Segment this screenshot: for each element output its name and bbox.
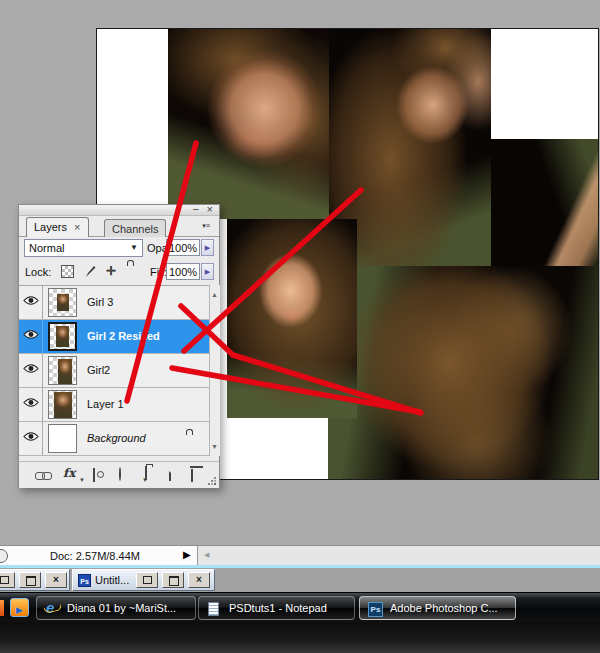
cut-off-icon: [0, 600, 4, 616]
opacity-slider-button[interactable]: ▶: [201, 239, 214, 256]
thumbnail-image: [57, 294, 69, 311]
layers-panel: − × Layers × Channels ▾≡ Normal ▼ Opacit…: [18, 204, 220, 488]
layer-thumbnail[interactable]: [48, 288, 77, 317]
maximize-button[interactable]: [19, 572, 41, 588]
taskbar-button-label: Diana 01 by ~MariSt...: [67, 602, 176, 614]
notepad-icon: [208, 602, 219, 616]
adjustment-layer-icon[interactable]: [119, 468, 121, 480]
taskbar: ▶ e Diana 01 by ~MariSt... PSDtuts1 - No…: [0, 592, 600, 623]
visibility-eye-icon[interactable]: [19, 388, 43, 421]
layer-thumbnail[interactable]: [48, 390, 77, 419]
visibility-eye-icon[interactable]: [19, 422, 43, 455]
blend-mode-select[interactable]: Normal ▼: [24, 239, 143, 257]
restore-button[interactable]: [136, 572, 158, 588]
panel-tabs: Layers × Channels: [19, 215, 219, 237]
lock-paint-brush-icon[interactable]: [84, 265, 96, 280]
layer-name[interactable]: Background: [87, 432, 146, 444]
photo-middle-portrait: [227, 219, 357, 418]
photo-top-left: [168, 29, 329, 219]
internet-explorer-icon: e: [46, 599, 54, 616]
add-layer-mask-icon[interactable]: [93, 469, 95, 481]
scroll-down-icon[interactable]: ▼: [211, 443, 218, 450]
minimized-windows-strip: × Ps Untitl... ×: [0, 568, 600, 592]
taskbar-button-label: PSDtuts1 - Notepad: [229, 602, 327, 614]
panel-resize-grip[interactable]: [207, 476, 217, 486]
tab-layers-label: Layers: [34, 221, 67, 233]
opacity-input[interactable]: 100%: [166, 239, 200, 256]
play-icon: ▶: [16, 605, 23, 615]
layer-thumbnail[interactable]: [48, 322, 77, 351]
lock-fill-row: Lock: ✛ Fill: 100% ▶: [19, 262, 219, 284]
tab-layers[interactable]: Layers ×: [26, 217, 89, 237]
panel-footer: fx ▼ ▼: [19, 461, 219, 488]
fill-input[interactable]: 100%: [166, 263, 200, 280]
thumbnail-image: [56, 326, 69, 347]
fx-caret-icon: ▼: [79, 477, 85, 483]
layer-row-girl3[interactable]: Girl 3: [19, 286, 209, 320]
hscroll-left-arrow-icon[interactable]: ◀: [204, 551, 209, 559]
restore-button[interactable]: [0, 572, 15, 588]
layer-name[interactable]: Girl 2 Resized: [87, 330, 160, 342]
layer-thumbnail[interactable]: [48, 424, 77, 453]
status-popup-arrow-icon[interactable]: ▶: [183, 549, 191, 560]
visibility-eye-icon[interactable]: [19, 286, 43, 319]
thumbnail-image: [58, 359, 72, 384]
visibility-eye-icon[interactable]: [19, 320, 43, 353]
layer-row-layer1[interactable]: Layer 1: [19, 388, 209, 422]
photoshop-icon: Ps: [368, 602, 383, 617]
lock-icons: ✛: [61, 265, 133, 279]
taskbar-button-browser[interactable]: e Diana 01 by ~MariSt...: [36, 596, 196, 620]
fill-slider-button[interactable]: ▶: [201, 263, 214, 280]
chevron-down-icon: ▼: [130, 243, 138, 252]
layer-name[interactable]: Girl2: [87, 364, 110, 376]
blend-mode-value: Normal: [29, 242, 64, 254]
tab-channels[interactable]: Channels: [104, 219, 166, 237]
lock-transparency-icon[interactable]: [61, 265, 74, 278]
blend-opacity-row: Normal ▼ Opacity: 100% ▶: [19, 238, 219, 260]
layer-name[interactable]: Layer 1: [87, 398, 124, 410]
taskbar-button-photoshop[interactable]: Ps Adobe Photoshop C...: [359, 596, 516, 620]
tab-channels-label: Channels: [112, 223, 158, 235]
status-bar-left: Doc: 2.57M/8.44M ▶: [0, 546, 198, 566]
layer-name[interactable]: Girl 3: [87, 296, 113, 308]
fill-label: Fill:: [150, 266, 167, 278]
taskbar-button-label: Adobe Photoshop C...: [390, 602, 498, 614]
layer-row-background[interactable]: Background: [19, 422, 209, 456]
lock-move-icon[interactable]: ✛: [106, 265, 116, 277]
layer-thumbnail[interactable]: [48, 356, 77, 385]
photo-bottom-right: [328, 266, 598, 479]
media-player-quicklaunch-icon[interactable]: ▶: [10, 598, 29, 617]
panel-close-button[interactable]: ×: [207, 202, 213, 216]
panel-minimize-button[interactable]: −: [193, 202, 199, 216]
taskbar-lower-row: [0, 622, 600, 653]
layer-row-girl2-resized[interactable]: Girl 2 Resized: [19, 320, 209, 354]
layer-list: Girl 3 Girl 2 Resized Girl2: [19, 285, 219, 457]
thumbnail-image: [54, 392, 72, 418]
new-group-folder-icon[interactable]: [145, 467, 147, 479]
photoshop-workspace: − × Layers × Channels ▾≡ Normal ▼ Opacit…: [0, 0, 600, 653]
ps-file-icon: Ps: [78, 574, 91, 587]
tab-close-icon[interactable]: ×: [74, 221, 80, 233]
status-bar: Doc: 2.57M/8.44M ▶ ◀: [0, 545, 600, 566]
taskbar-button-notepad[interactable]: PSDtuts1 - Notepad: [198, 596, 355, 620]
layer-list-scrollbar[interactable]: ▲ ▼: [209, 285, 220, 456]
panel-flyout-menu-icon[interactable]: ▾≡: [197, 219, 215, 232]
scroll-up-icon[interactable]: ▲: [211, 291, 218, 298]
lock-label: Lock:: [25, 266, 51, 278]
new-layer-icon[interactable]: [169, 468, 171, 480]
minimized-window-untitled[interactable]: Ps Untitl... ×: [72, 569, 215, 591]
layer-row-girl2[interactable]: Girl2: [19, 354, 209, 388]
minimized-window-title: Untitl...: [95, 574, 129, 586]
minimized-window-partial[interactable]: ×: [0, 569, 70, 591]
visibility-eye-icon[interactable]: [19, 354, 43, 387]
delete-layer-trash-icon[interactable]: [191, 469, 193, 481]
close-button[interactable]: ×: [188, 572, 210, 588]
link-layers-icon[interactable]: [35, 470, 52, 482]
layer-style-fx-icon[interactable]: fx: [63, 466, 75, 480]
doc-size-readout: Doc: 2.57M/8.44M: [30, 550, 160, 562]
close-button[interactable]: ×: [45, 572, 67, 588]
zoom-tool-partial-icon: [0, 549, 8, 563]
maximize-button[interactable]: [162, 572, 184, 588]
